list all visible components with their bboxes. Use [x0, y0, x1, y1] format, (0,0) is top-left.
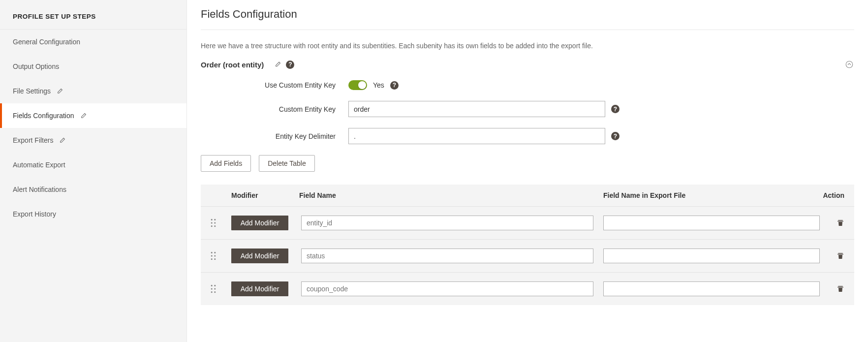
add-modifier-button[interactable]: Add Modifier [231, 249, 288, 263]
description-text: Here we have a tree structure with root … [201, 42, 854, 50]
export-name-input[interactable] [603, 249, 820, 263]
svg-point-10 [214, 255, 216, 256]
sidebar-item-label: General Configuration [13, 38, 80, 46]
delete-row-icon[interactable] [837, 218, 844, 227]
col-header-export-name: Field Name in Export File [598, 191, 820, 199]
delete-table-button[interactable]: Delete Table [259, 155, 315, 172]
svg-point-9 [211, 255, 213, 256]
collapse-icon[interactable] [844, 60, 854, 69]
svg-point-11 [211, 258, 213, 260]
divider [201, 30, 854, 30]
svg-point-4 [214, 222, 216, 223]
help-icon[interactable]: ? [390, 81, 399, 90]
delete-row-icon[interactable] [837, 251, 844, 260]
sidebar-item-output-options[interactable]: Output Options [0, 54, 186, 79]
sidebar-item-automatic-export[interactable]: Automatic Export [0, 153, 186, 177]
field-name-input[interactable] [301, 281, 593, 296]
field-name-input[interactable] [301, 249, 593, 263]
page-title: Fields Configuration [201, 8, 854, 30]
table-row: Add Modifier [201, 206, 854, 239]
custom-entity-key-input[interactable] [348, 101, 605, 117]
svg-point-17 [211, 291, 213, 293]
table-header-row: Modifier Field Name Field Name in Export… [201, 185, 854, 206]
sidebar-item-label: Fields Configuration [13, 112, 74, 120]
svg-point-7 [211, 252, 213, 253]
svg-point-18 [214, 291, 216, 293]
sidebar-item-general-configuration[interactable]: General Configuration [0, 30, 186, 54]
col-header-modifier: Modifier [231, 191, 294, 199]
custom-entity-key-label: Custom Entity Key [201, 105, 348, 113]
drag-handle-icon[interactable] [211, 284, 231, 293]
main-content: Fields Configuration Here we have a tree… [187, 0, 868, 342]
sidebar-item-fields-configuration[interactable]: Fields Configuration [0, 103, 186, 128]
sidebar-item-file-settings[interactable]: File Settings [0, 79, 186, 103]
sidebar: PROFILE SET UP STEPS General Configurati… [0, 0, 187, 342]
use-custom-key-label: Use Custom Entity Key [201, 81, 348, 89]
sidebar-item-label: Alert Notifications [13, 186, 66, 193]
sidebar-item-alert-notifications[interactable]: Alert Notifications [0, 177, 186, 202]
svg-point-0 [846, 61, 853, 68]
field-name-input[interactable] [301, 216, 593, 230]
help-icon[interactable]: ? [611, 105, 620, 113]
svg-point-1 [211, 219, 213, 220]
svg-point-6 [214, 225, 216, 227]
export-name-input[interactable] [603, 216, 820, 230]
fields-table: Modifier Field Name Field Name in Export… [201, 185, 854, 305]
svg-point-3 [211, 222, 213, 223]
svg-point-13 [211, 285, 213, 286]
help-icon[interactable]: ? [286, 61, 294, 69]
col-header-field-name: Field Name [294, 191, 598, 199]
sidebar-item-label: Export History [13, 210, 56, 218]
sidebar-header: PROFILE SET UP STEPS [0, 0, 186, 30]
drag-handle-icon[interactable] [211, 251, 231, 260]
svg-point-8 [214, 252, 216, 253]
use-custom-key-value: Yes [373, 81, 384, 89]
svg-point-15 [211, 288, 213, 289]
col-header-action: Action [820, 191, 844, 199]
pencil-icon[interactable] [80, 113, 87, 119]
add-modifier-button[interactable]: Add Modifier [231, 216, 288, 230]
sidebar-item-label: File Settings [13, 87, 51, 95]
export-name-input[interactable] [603, 281, 820, 296]
sidebar-item-export-history[interactable]: Export History [0, 202, 186, 226]
use-custom-key-toggle[interactable] [348, 80, 367, 90]
table-row: Add Modifier [201, 272, 854, 305]
add-fields-button[interactable]: Add Fields [201, 155, 251, 172]
pencil-icon[interactable] [57, 88, 63, 94]
table-row: Add Modifier [201, 239, 854, 272]
svg-point-12 [214, 258, 216, 260]
sidebar-item-label: Automatic Export [13, 161, 65, 169]
pencil-icon[interactable] [59, 137, 65, 144]
svg-point-14 [214, 285, 216, 286]
add-modifier-button[interactable]: Add Modifier [231, 281, 288, 296]
pencil-icon[interactable] [275, 62, 281, 68]
sidebar-item-label: Export Filters [13, 136, 53, 144]
entity-header: Order (root entity) ? [201, 60, 854, 69]
drag-handle-icon[interactable] [211, 218, 231, 227]
entity-title: Order (root entity) [201, 61, 264, 69]
svg-point-2 [214, 219, 216, 220]
svg-point-16 [214, 288, 216, 289]
svg-point-5 [211, 225, 213, 227]
help-icon[interactable]: ? [611, 132, 620, 140]
sidebar-item-export-filters[interactable]: Export Filters [0, 128, 186, 153]
entity-key-delimiter-label: Entity Key Delimiter [201, 132, 348, 140]
delete-row-icon[interactable] [837, 284, 844, 293]
sidebar-item-label: Output Options [13, 62, 59, 70]
entity-key-delimiter-input[interactable] [348, 128, 605, 144]
